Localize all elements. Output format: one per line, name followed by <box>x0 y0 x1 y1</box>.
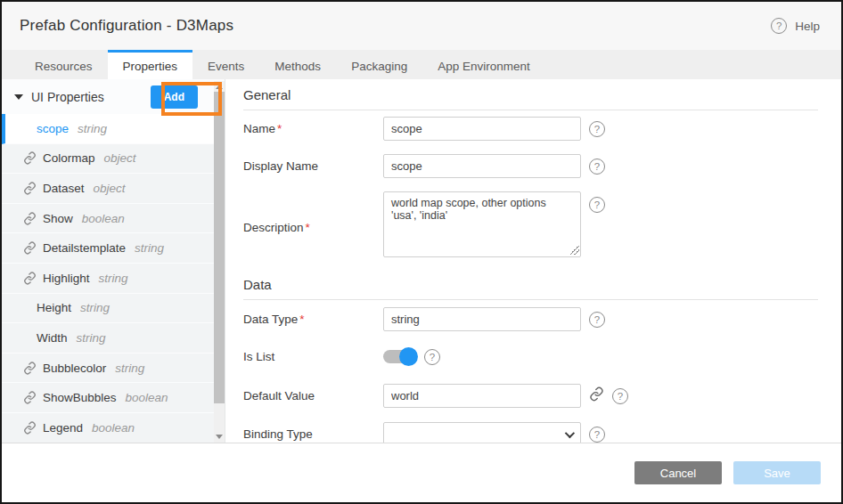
chevron-down-icon <box>565 427 575 437</box>
content-area: UI Properties Add scopestringColormapobj… <box>2 79 841 443</box>
title-bar: Prefab Configuration - D3Maps ? Help <box>2 2 841 50</box>
property-name: Detailstemplate <box>43 241 126 255</box>
sidebar-header-label: UI Properties <box>31 90 104 104</box>
name-field-row: Name* ? <box>243 117 841 141</box>
sidebar-scrollbar-thumb[interactable] <box>214 92 225 403</box>
footer-bar: Cancel Save <box>2 443 841 502</box>
binding-type-help-icon[interactable]: ? <box>589 427 605 443</box>
data-section-heading: Data <box>243 269 818 300</box>
default-value-input[interactable] <box>383 384 581 408</box>
sidebar-item-legend[interactable]: Legendboolean <box>2 413 214 443</box>
required-asterisk: * <box>299 313 304 326</box>
tab-resources[interactable]: Resources <box>20 50 108 79</box>
default-value-label: Default Value <box>243 389 383 402</box>
property-name: Dataset <box>43 182 85 195</box>
property-name: Width <box>37 331 68 345</box>
sidebar-item-dataset[interactable]: Datasetobject <box>2 174 214 204</box>
is-list-toggle[interactable] <box>383 350 416 363</box>
property-name: Colormap <box>43 151 95 165</box>
property-name: Bubblecolor <box>43 362 106 375</box>
link-icon <box>23 272 37 285</box>
tab-bar: ResourcesPropertiesEventsMethodsPackagin… <box>2 50 841 79</box>
link-icon <box>23 182 37 195</box>
description-help-icon[interactable]: ? <box>589 197 605 213</box>
property-type: string <box>115 362 144 375</box>
chevron-down-icon <box>14 94 23 100</box>
data-type-help-icon[interactable]: ? <box>589 312 605 328</box>
name-help-icon[interactable]: ? <box>589 121 605 137</box>
link-icon <box>23 241 37 255</box>
tab-properties[interactable]: Properties <box>108 50 193 79</box>
link-icon <box>23 421 37 435</box>
property-name: Show <box>43 212 73 225</box>
property-type: string <box>80 301 110 314</box>
property-type: boolean <box>92 421 135 435</box>
default-value-field-row: Default Value ? <box>243 384 841 408</box>
sidebar-item-width[interactable]: Widthstring <box>2 323 214 354</box>
sidebar-item-bubblecolor[interactable]: Bubblecolorstring <box>2 354 214 384</box>
tab-methods[interactable]: Methods <box>259 50 336 79</box>
display-name-label: Display Name <box>243 159 383 173</box>
link-icon <box>23 391 37 404</box>
property-name: Highlight <box>43 272 90 285</box>
scroll-down-icon[interactable] <box>216 435 223 439</box>
property-name: ShowBubbles <box>43 391 117 404</box>
page-title: Prefab Configuration - D3Maps <box>20 17 233 35</box>
property-type: object <box>94 182 126 195</box>
property-type: boolean <box>126 391 168 404</box>
general-section-heading: General <box>243 79 818 110</box>
property-form: General Name* ? Display Name ? Descripti… <box>225 79 841 443</box>
tab-app-environment[interactable]: App Environment <box>422 50 545 79</box>
description-label: Description* <box>243 215 383 234</box>
cancel-button[interactable]: Cancel <box>634 461 722 484</box>
data-type-label: Data Type* <box>243 313 383 326</box>
add-property-button[interactable]: Add <box>151 85 198 109</box>
sidebar-item-height[interactable]: Heightstring <box>2 294 214 324</box>
link-icon <box>23 362 37 375</box>
property-type: boolean <box>82 212 125 225</box>
is-list-help-icon[interactable]: ? <box>424 349 440 365</box>
is-list-field-row: Is List ? <box>243 346 841 367</box>
display-name-help-icon[interactable]: ? <box>589 159 605 175</box>
data-type-field-row: Data Type* ? <box>243 307 841 331</box>
sidebar-header: UI Properties Add <box>2 79 225 114</box>
link-icon <box>23 212 37 225</box>
display-name-field-row: Display Name ? <box>243 154 841 178</box>
tab-packaging[interactable]: Packaging <box>336 50 422 79</box>
link-icon <box>23 151 37 165</box>
display-name-input[interactable] <box>383 154 581 178</box>
resize-handle-icon[interactable] <box>570 246 579 255</box>
ui-properties-toggle[interactable]: UI Properties <box>14 90 104 104</box>
sidebar-item-colormap[interactable]: Colormapobject <box>2 144 214 175</box>
sidebar-item-showbubbles[interactable]: ShowBubblesboolean <box>2 383 214 413</box>
scroll-up-icon[interactable] <box>216 85 223 89</box>
tab-events[interactable]: Events <box>192 50 259 79</box>
property-name: Legend <box>43 421 83 435</box>
data-type-input[interactable] <box>383 307 581 331</box>
help-label: Help <box>795 20 820 33</box>
help-button[interactable]: ? Help <box>771 18 820 34</box>
save-button[interactable]: Save <box>733 461 821 484</box>
description-field-row: Description* world map scope, other opti… <box>243 191 841 257</box>
sidebar-scrollbar[interactable] <box>214 81 225 443</box>
property-type: string <box>99 272 128 285</box>
prefab-configuration-dialog: Prefab Configuration - D3Maps ? Help Res… <box>0 0 843 504</box>
default-value-help-icon[interactable]: ? <box>612 388 628 404</box>
sidebar-item-scope[interactable]: scopestring <box>2 114 214 144</box>
is-list-label: Is List <box>243 350 383 363</box>
property-type: string <box>78 122 107 135</box>
property-type: string <box>77 331 106 345</box>
sidebar-item-show[interactable]: Showboolean <box>2 204 214 234</box>
help-icon: ? <box>771 18 787 34</box>
property-type: object <box>104 151 136 165</box>
sidebar-item-detailstemplate[interactable]: Detailstemplatestring <box>2 233 214 264</box>
description-textarea[interactable]: world map scope, other options 'usa', 'i… <box>383 191 581 257</box>
name-label: Name* <box>243 122 383 135</box>
sidebar-item-highlight[interactable]: Highlightstring <box>2 264 214 294</box>
bind-link-icon[interactable] <box>589 386 604 405</box>
property-type: string <box>135 241 164 255</box>
binding-type-select[interactable] <box>383 422 581 443</box>
required-asterisk: * <box>277 122 282 135</box>
property-name: Height <box>37 301 71 314</box>
name-input[interactable] <box>383 117 581 141</box>
